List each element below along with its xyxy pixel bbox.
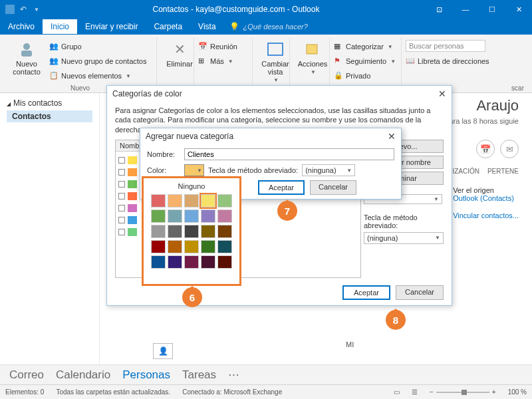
color-swatch[interactable] [184, 255, 199, 269]
category-swatch [128, 204, 137, 212]
view-reading-icon[interactable]: ☰ [412, 388, 418, 396]
category-checkbox[interactable] [118, 217, 125, 223]
color-swatch[interactable] [184, 240, 199, 253]
dialog1-aceptar-button[interactable]: Aceptar [342, 285, 390, 300]
color-swatch[interactable] [217, 225, 232, 238]
ribbon: Nuevo contacto 👥Grupo 👥Nuevo grupo de co… [0, 35, 532, 93]
dialog2-title: Agregar nueva categoría [146, 132, 233, 141]
color-swatch[interactable] [217, 255, 232, 269]
grupo-label: Grupo [61, 43, 82, 51]
acciones-button[interactable]: Acciones▼ [294, 37, 331, 75]
menu-vista[interactable]: Vista [190, 19, 223, 34]
nav-tareas[interactable]: Tareas [182, 368, 216, 382]
colorpicker-none[interactable]: Ninguno [146, 181, 237, 192]
color-swatch[interactable] [217, 240, 232, 253]
shortcut-value: (ninguna) [367, 234, 398, 242]
category-checkbox[interactable] [118, 181, 125, 188]
color-swatch[interactable] [168, 194, 182, 207]
color-swatch[interactable] [151, 209, 166, 223]
dialog2-cancelar-button[interactable]: Cancelar [310, 180, 356, 195]
category-checkbox[interactable] [118, 193, 125, 200]
category-checkbox[interactable] [118, 229, 125, 235]
zoom-out-icon[interactable]: − [430, 388, 434, 396]
libreta-button[interactable]: 📖Libreta de direcciones [406, 55, 524, 68]
dialog1-cancelar-button[interactable]: Cancelar [396, 285, 444, 300]
tell-me-hint[interactable]: ¿Qué desea hacer? [243, 23, 308, 31]
view-normal-icon[interactable]: ▭ [394, 388, 400, 396]
shortcut-select[interactable]: (ninguna)▼ [364, 232, 444, 244]
color-swatch[interactable] [201, 240, 215, 253]
nuevo-contacto-button[interactable]: Nuevo contacto [8, 37, 45, 82]
mas-button[interactable]: ⊞Más▼ [198, 55, 248, 68]
zoom-slider[interactable]: − + [430, 388, 496, 396]
shortcut-select-2[interactable]: (ninguna)▼ [302, 164, 355, 176]
dialog2-aceptar-button[interactable]: Aceptar [258, 180, 305, 195]
dropdown-icon[interactable]: ▼ [32, 5, 41, 14]
contact-card-icon[interactable]: 👤 [153, 343, 173, 359]
zoom-in-icon[interactable]: + [492, 388, 496, 396]
color-swatch[interactable] [151, 255, 166, 269]
nav-more-icon[interactable]: ⋯ [228, 368, 239, 382]
nav-calendario[interactable]: Calendario [56, 368, 110, 382]
nombre-input[interactable] [184, 148, 394, 160]
email-action-icon[interactable]: ✉ [500, 140, 519, 158]
color-swatch[interactable] [151, 225, 166, 238]
color-swatch[interactable] [201, 194, 215, 207]
color-swatch[interactable] [151, 194, 166, 207]
ribbon-options-icon[interactable]: ⊡ [426, 0, 452, 19]
nuevos-elementos-button[interactable]: 📋Nuevos elementos▼ [49, 69, 146, 82]
color-swatch[interactable] [184, 225, 199, 238]
menu-enviar[interactable]: Enviar y recibir [77, 19, 146, 34]
close-icon[interactable]: ✕ [505, 0, 532, 19]
menu-carpeta[interactable]: Carpeta [146, 19, 190, 34]
color-swatch[interactable] [217, 209, 232, 223]
seguimiento-button[interactable]: ⚑Seguimiento▼ [334, 55, 397, 68]
color-swatch[interactable] [168, 255, 182, 269]
maximize-icon[interactable]: ☐ [479, 0, 505, 19]
color-swatch[interactable] [184, 209, 199, 223]
calendar-action-icon[interactable]: 📅 [476, 140, 495, 158]
nav-personas[interactable]: Personas [122, 368, 170, 382]
tab-pertenece[interactable]: PERTENE [487, 168, 519, 175]
color-swatch[interactable] [151, 240, 166, 253]
vincular-link[interactable]: Vincular contactos... [453, 211, 519, 219]
category-checkbox[interactable] [118, 169, 125, 176]
libreta-label: Libreta de direcciones [418, 57, 489, 65]
privado-button[interactable]: 🔒Privado [334, 69, 397, 82]
nuevo-grupo-button[interactable]: 👥Nuevo grupo de contactos [49, 55, 146, 68]
color-swatch[interactable] [201, 225, 215, 238]
sidebar-item-contactos[interactable]: Contactos [7, 110, 92, 122]
search-people-input[interactable]: Buscar personas [406, 40, 485, 52]
reunion-button[interactable]: 📅Reunión [198, 40, 248, 53]
cambiar-vista-button[interactable]: Cambiar vista▼ [257, 37, 294, 83]
color-swatch[interactable] [168, 209, 182, 223]
eliminar-button[interactable]: ✕ Eliminar [161, 37, 198, 68]
seguimiento-label: Seguimiento [346, 57, 386, 65]
nav-correo[interactable]: Correo [9, 368, 44, 382]
category-checkbox[interactable] [118, 205, 125, 211]
color-swatch[interactable] [168, 240, 182, 253]
grupo-button[interactable]: 👥Grupo [49, 40, 146, 53]
color-swatch[interactable] [201, 209, 215, 223]
dialog2-close-icon[interactable]: ✕ [388, 131, 396, 142]
status-elementos: Elementos: 0 [5, 388, 44, 396]
color-swatch[interactable] [184, 194, 199, 207]
color-swatch[interactable] [168, 225, 182, 238]
origen-link[interactable]: Outlook (Contacts) [453, 194, 519, 202]
categorizar-button[interactable]: ▦Categorizar▼ [334, 40, 397, 53]
callout-7: 7 [277, 201, 297, 221]
menu-inicio[interactable]: Inicio [43, 19, 77, 34]
color-swatch[interactable] [217, 194, 232, 207]
callout-6: 6 [182, 287, 202, 307]
menu-archivo[interactable]: Archivo [0, 19, 43, 34]
color-swatch[interactable] [201, 255, 215, 269]
contact-availability: para las 8 horas siguie [445, 117, 519, 125]
category-swatch [128, 156, 137, 164]
dialog1-close-icon[interactable]: ✕ [438, 88, 446, 99]
category-checkbox[interactable] [118, 157, 125, 164]
color-dropdown[interactable]: ▼ [184, 164, 204, 176]
sidebar-heading[interactable]: ◢Mis contactos [7, 98, 92, 108]
minimize-icon[interactable]: ― [452, 0, 479, 19]
undo-icon[interactable]: ↶ [19, 5, 28, 14]
tab-organizacion[interactable]: NIZACIÓN [448, 168, 479, 175]
